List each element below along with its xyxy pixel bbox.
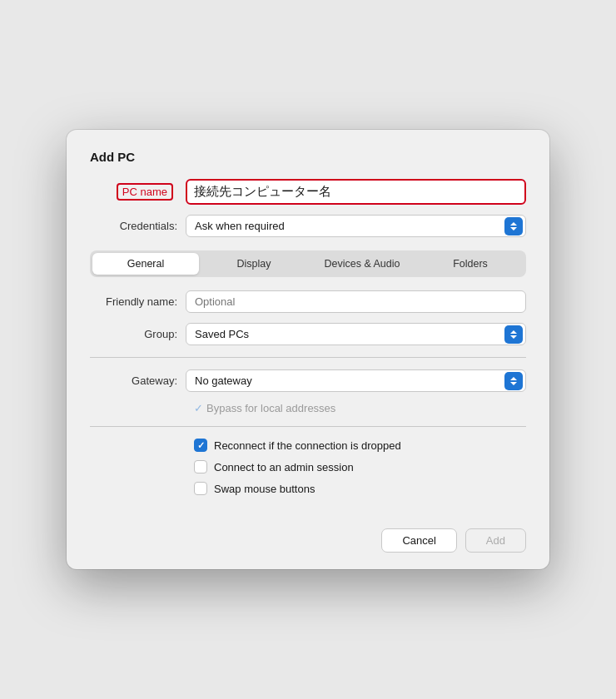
tabs-container: General Display Devices & Audio Folders	[90, 250, 526, 277]
gateway-row: Gateway: No gateway	[90, 369, 526, 392]
gateway-select-wrapper: No gateway	[186, 369, 526, 392]
pc-name-label-wrapper: PC name	[90, 183, 186, 201]
tab-general[interactable]: General	[92, 253, 199, 275]
credentials-row: Credentials: Ask when required Add an ac…	[90, 215, 526, 237]
checkbox-admin[interactable]	[194, 460, 207, 473]
friendly-name-input[interactable]	[186, 290, 526, 313]
tab-display[interactable]: Display	[201, 253, 307, 275]
tab-content-general: Friendly name: Group: Saved PCs No group…	[90, 290, 526, 495]
checkbox-reconnect[interactable]	[194, 439, 207, 452]
checkbox-swap[interactable]	[194, 482, 207, 495]
credentials-select-wrapper: Ask when required Add an account	[186, 215, 526, 237]
checkbox-swap-label: Swap mouse buttons	[214, 483, 315, 495]
bypass-row: ✓ Bypass for local addresses	[194, 402, 526, 414]
group-select-wrapper: Saved PCs No group	[186, 323, 526, 345]
pc-name-input[interactable]	[186, 179, 526, 205]
add-button[interactable]: Add	[465, 528, 526, 553]
gateway-select[interactable]: No gateway	[186, 369, 526, 392]
friendly-name-row: Friendly name:	[90, 290, 526, 313]
tab-folders[interactable]: Folders	[417, 253, 524, 275]
tab-devices-audio[interactable]: Devices & Audio	[309, 253, 415, 275]
divider-2	[90, 426, 526, 427]
group-select[interactable]: Saved PCs No group	[186, 323, 526, 345]
checkbox-admin-label: Connect to an admin session	[214, 461, 354, 473]
pc-name-row: PC name	[90, 179, 526, 205]
dialog-title: Add PC	[90, 150, 526, 164]
checkbox-row-swap: Swap mouse buttons	[194, 482, 526, 495]
friendly-name-label: Friendly name:	[90, 295, 186, 308]
group-row: Group: Saved PCs No group	[90, 323, 526, 345]
group-label: Group:	[90, 328, 186, 340]
dialog-footer: Cancel Add	[90, 518, 526, 553]
bypass-label: Bypass for local addresses	[206, 402, 335, 414]
checkbox-reconnect-label: Reconnect if the connection is dropped	[214, 439, 401, 452]
checkboxes-section: Reconnect if the connection is dropped C…	[194, 439, 526, 495]
checkbox-row-admin: Connect to an admin session	[194, 460, 526, 473]
checkbox-row-reconnect: Reconnect if the connection is dropped	[194, 439, 526, 452]
credentials-select[interactable]: Ask when required Add an account	[186, 215, 526, 237]
bypass-checkmark: ✓	[194, 402, 203, 414]
gateway-label: Gateway:	[90, 374, 186, 387]
divider-1	[90, 357, 526, 358]
pc-name-label: PC name	[117, 183, 173, 201]
cancel-button[interactable]: Cancel	[381, 528, 456, 553]
add-pc-dialog: Add PC PC name Credentials: Ask when req…	[67, 130, 549, 569]
credentials-label: Credentials:	[90, 220, 186, 232]
